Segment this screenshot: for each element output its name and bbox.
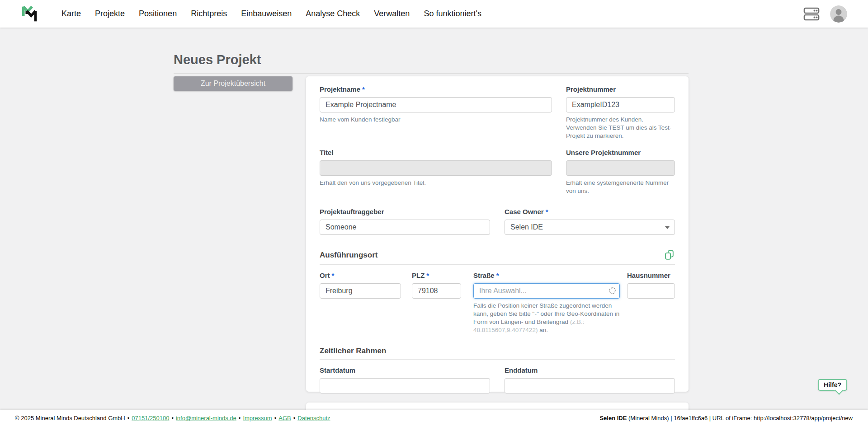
- field-ort: Ort*: [320, 272, 401, 334]
- plz-input[interactable]: [412, 283, 461, 299]
- user-avatar[interactable]: [830, 5, 847, 23]
- footer-meta: (Mineral Minds) | 16fae1ffc6a6 | URL of …: [627, 415, 853, 421]
- nav-item-positionen[interactable]: Positionen: [139, 9, 177, 19]
- field-hausnummer: Hausnummer: [627, 272, 675, 334]
- projektname-label: Projektname: [320, 85, 360, 93]
- field-case-owner: Case Owner* Selen IDE: [505, 208, 675, 235]
- footer-user: Selen IDE: [599, 415, 627, 421]
- footer-separator: •: [239, 415, 241, 421]
- nav-item-richtpreis[interactable]: Richtpreis: [191, 9, 227, 19]
- titel-help: Erhält den von uns vorgegebenen Titel.: [320, 179, 552, 187]
- footer-separator: •: [171, 415, 174, 421]
- row-projektname-projektnummer: Projektname* Name vom Kunden festlegbar …: [320, 85, 675, 140]
- hausnummer-label: Hausnummer: [627, 272, 675, 280]
- field-titel: Titel Erhält den von uns vorgegebenen Ti…: [320, 149, 552, 195]
- field-enddatum: Enddatum: [505, 366, 675, 393]
- footer-session-info: Selen IDE (Mineral Minds) | 16fae1ffc6a6…: [599, 415, 853, 421]
- page-title-section: Neues Projekt: [174, 52, 689, 74]
- unsere-projektnummer-help: Erhält eine systemgenerierte Nummer von …: [566, 179, 675, 195]
- nav-item-karte[interactable]: Karte: [61, 9, 81, 19]
- new-project-form-card: Projektname* Name vom Kunden festlegbar …: [306, 76, 689, 392]
- field-plz: PLZ*: [412, 272, 461, 334]
- row-titel-unsere-projektnummer: Titel Erhält den von uns vorgegebenen Ti…: [320, 149, 675, 195]
- field-startdatum: Startdatum: [320, 366, 490, 393]
- chevron-down-icon: [665, 226, 670, 229]
- page-title: Neues Projekt: [174, 52, 689, 67]
- unsere-projektnummer-input: [566, 160, 675, 176]
- strasse-help-suffix: an.: [538, 327, 548, 333]
- footer-link-datenschutz[interactable]: Datenschutz: [297, 415, 330, 421]
- strasse-input[interactable]: [473, 283, 620, 299]
- enddatum-input[interactable]: [505, 378, 675, 393]
- nav-item-projekte[interactable]: Projekte: [95, 9, 125, 19]
- startdatum-label: Startdatum: [320, 366, 490, 375]
- footer-left: © 2025 Mineral Minds Deutschland GmbH•07…: [15, 415, 330, 421]
- section-zeitlicher-rahmen: Zeitlicher Rahmen: [320, 346, 675, 360]
- required-asterisk: *: [426, 272, 429, 279]
- nav-item-so-funktionierts[interactable]: So funktioniert's: [424, 9, 481, 19]
- projektnummer-help: Projektnummer des Kunden. Verwenden Sie …: [566, 116, 675, 140]
- strasse-help: Falls die Position keiner Straße zugeord…: [473, 302, 620, 334]
- field-projektname: Projektname* Name vom Kunden festlegbar: [320, 85, 552, 140]
- case-owner-select[interactable]: Selen IDE: [505, 220, 675, 235]
- hausnummer-input[interactable]: [627, 283, 675, 299]
- case-owner-label: Case Owner: [505, 208, 544, 215]
- section-ausfuehrungsort: Ausführungsort: [320, 249, 675, 265]
- main-nav: Karte Projekte Positionen Richtpreis Ein…: [61, 9, 481, 19]
- projektname-input[interactable]: [320, 97, 552, 112]
- help-button[interactable]: Hilfe?: [818, 379, 847, 391]
- case-owner-value: Selen IDE: [510, 223, 543, 231]
- ort-label: Ort: [320, 272, 330, 279]
- copy-icon[interactable]: [664, 249, 675, 261]
- field-projektauftraggeber: Projektauftraggeber: [320, 208, 490, 235]
- footer-separator: •: [274, 415, 277, 421]
- footer: © 2025 Mineral Minds Deutschland GmbH•07…: [0, 410, 868, 426]
- zeitlicher-rahmen-heading: Zeitlicher Rahmen: [320, 346, 386, 356]
- projektname-help: Name vom Kunden festlegbar: [320, 116, 552, 124]
- required-asterisk: *: [362, 85, 365, 93]
- server-icon[interactable]: [803, 7, 820, 21]
- footer-link-impressum[interactable]: Impressum: [243, 415, 272, 421]
- ausfuehrungsort-heading: Ausführungsort: [320, 251, 377, 260]
- strasse-label: Straße: [473, 272, 495, 279]
- field-projektnummer: Projektnummer Projektnummer des Kunden. …: [566, 85, 675, 140]
- projektauftraggeber-label: Projektauftraggeber: [320, 208, 490, 216]
- row-datum: Startdatum Enddatum: [320, 366, 675, 393]
- field-unsere-projektnummer: Unsere Projektnummer Erhält eine systemg…: [566, 149, 675, 195]
- enddatum-label: Enddatum: [505, 366, 675, 375]
- footer-link-agb[interactable]: AGB: [278, 415, 291, 421]
- top-nav: Karte Projekte Positionen Richtpreis Ein…: [0, 0, 868, 28]
- titel-label: Titel: [320, 149, 552, 157]
- titel-input: [320, 160, 552, 176]
- startdatum-input[interactable]: [320, 378, 490, 393]
- plz-label: PLZ: [412, 272, 425, 279]
- footer-copyright: © 2025 Mineral Minds Deutschland GmbH: [15, 415, 125, 421]
- field-strasse: Straße* Falls die Position keiner Straße…: [473, 272, 620, 334]
- row-auftraggeber-caseowner: Projektauftraggeber Case Owner* Selen ID…: [320, 208, 675, 235]
- back-to-projects-button[interactable]: Zur Projektübersicht: [174, 76, 292, 91]
- projektnummer-label: Projektnummer: [566, 85, 675, 94]
- strasse-help-main: Falls die Position keiner Straße zugeord…: [473, 302, 619, 325]
- loading-spinner-icon: [609, 287, 616, 294]
- footer-separator: •: [293, 415, 296, 421]
- unsere-projektnummer-label: Unsere Projektnummer: [566, 149, 675, 157]
- required-asterisk: *: [496, 272, 499, 279]
- nav-item-analyse-check[interactable]: Analyse Check: [306, 9, 360, 19]
- ort-input[interactable]: [320, 283, 401, 299]
- footer-link-email[interactable]: info@mineral-minds.de: [176, 415, 236, 421]
- nav-item-verwalten[interactable]: Verwalten: [374, 9, 410, 19]
- footer-separator: •: [127, 415, 130, 421]
- projektnummer-input[interactable]: [566, 97, 675, 112]
- mineral-minds-logo[interactable]: [20, 4, 41, 24]
- row-adresse: Ort* PLZ* Straße* Falls die Position kei…: [320, 272, 675, 334]
- projektauftraggeber-input[interactable]: [320, 220, 490, 235]
- footer-link-phone[interactable]: 07151/250100: [132, 415, 169, 421]
- required-asterisk: *: [546, 208, 548, 215]
- required-asterisk: *: [332, 272, 335, 279]
- nav-item-einbauweisen[interactable]: Einbauweisen: [241, 9, 292, 19]
